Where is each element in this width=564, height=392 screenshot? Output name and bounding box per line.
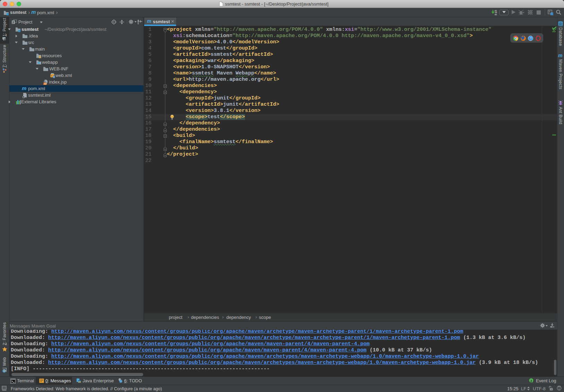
- svg-text:EE: EE: [78, 381, 81, 383]
- svg-text:2: 2: [530, 379, 532, 383]
- svg-text:JSP: JSP: [44, 83, 47, 85]
- svg-text:01: 01: [495, 14, 497, 16]
